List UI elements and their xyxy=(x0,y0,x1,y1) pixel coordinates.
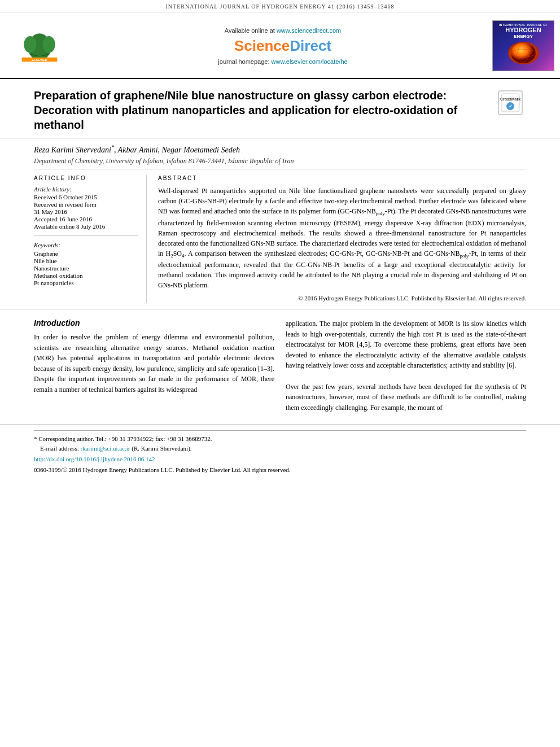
footer-copyright: 0360-3199/© 2016 Hydrogen Energy Publica… xyxy=(34,466,526,473)
affiliation: Department of Chemistry, University of I… xyxy=(34,157,526,165)
introduction-title: Introduction xyxy=(34,318,274,327)
article-info-heading: ARTICLE INFO xyxy=(34,175,138,181)
article-history: Article history: Received 6 October 2015… xyxy=(34,186,138,230)
journal-header: ELSEVIER Available online at www.science… xyxy=(0,12,560,79)
cover-line2: HYDROGEN xyxy=(499,27,548,34)
journal-cover-title: International Journal of HYDROGEN ENERGY xyxy=(499,23,548,40)
abstract-column: ABSTRACT Well-dispersed Pt nanoparticles… xyxy=(158,175,526,303)
article-title-area: Preparation of graphene/Nile blue nanost… xyxy=(34,88,492,132)
article-title-section: Preparation of graphene/Nile blue nanost… xyxy=(0,79,560,138)
svg-text:CrossMark: CrossMark xyxy=(500,97,520,101)
banner-text: INTERNATIONAL JOURNAL OF HYDROGEN ENERGY… xyxy=(165,3,394,10)
svg-point-3 xyxy=(43,36,55,53)
received-revised-label: Received in revised form xyxy=(34,201,138,208)
authors-italic: Reza Karimi Shervedani*, Akbar Amini, Ne… xyxy=(34,146,240,154)
doi-link[interactable]: http://dx.doi.org/10.1016/j.ijhydene.201… xyxy=(34,456,155,462)
journal-cover-image xyxy=(508,42,539,64)
accepted-date: Accepted 16 June 2016 xyxy=(34,216,138,222)
introduction-right-text: application. The major problem in the de… xyxy=(286,318,526,413)
authors-section: Reza Karimi Shervedani*, Akbar Amini, Ne… xyxy=(0,138,560,169)
revised-date: 31 May 2016 xyxy=(34,208,138,215)
elsevier-logo: ELSEVIER xyxy=(17,29,62,63)
introduction-right: application. The major problem in the de… xyxy=(286,318,526,413)
abstract-copyright: © 2016 Hydrogen Energy Publications LLC.… xyxy=(158,294,526,303)
keyword-2: Nile blue xyxy=(34,257,138,264)
sciencedirect-url[interactable]: www.sciencedirect.com xyxy=(277,27,341,34)
direct-text: Direct xyxy=(290,37,331,54)
introduction-left-text: In order to resolve the problem of energ… xyxy=(34,332,274,395)
cover-line3: ENERGY xyxy=(499,34,548,40)
journal-homepage-url[interactable]: www.elsevier.com/locate/he xyxy=(272,58,348,65)
svg-text:ELSEVIER: ELSEVIER xyxy=(32,58,47,62)
keywords-section: Keywords: Graphene Nile blue Nanostructu… xyxy=(34,242,138,286)
svg-point-2 xyxy=(24,36,36,53)
keywords-label: Keywords: xyxy=(34,242,138,248)
received-date: Received 6 October 2015 xyxy=(34,194,138,200)
article-info-column: ARTICLE INFO Article history: Received 6… xyxy=(34,175,147,303)
corresponding-note: * Corresponding author. Tel.: +98 31 379… xyxy=(34,435,212,442)
keyword-1: Graphene xyxy=(34,250,138,257)
authors-names: Reza Karimi Shervedani*, Akbar Amini, Ne… xyxy=(34,144,526,155)
journal-banner: INTERNATIONAL JOURNAL OF HYDROGEN ENERGY… xyxy=(0,0,560,12)
keyword-4: Methanol oxidation xyxy=(34,272,138,279)
abstract-body: Well-dispersed Pt nanoparticles supporte… xyxy=(158,186,526,303)
footer-doi: http://dx.doi.org/10.1016/j.ijhydene.201… xyxy=(34,455,526,464)
footer-divider xyxy=(34,430,526,431)
crossmark-badge[interactable]: CrossMark ✓ xyxy=(498,90,526,119)
article-info-abstract-section: ARTICLE INFO Article history: Received 6… xyxy=(0,169,560,309)
email-label: E-mail address: xyxy=(34,445,79,452)
sciencedirect-area: Available online at www.sciencedirect.co… xyxy=(79,18,487,73)
article-title: Preparation of graphene/Nile blue nanost… xyxy=(34,88,492,132)
introduction-section: Introduction In order to resolve the pro… xyxy=(0,309,560,418)
email-suffix: (R. Karimi Shervedani). xyxy=(132,445,191,452)
abstract-heading: ABSTRACT xyxy=(158,175,526,181)
journal-homepage: journal homepage: www.elsevier.com/locat… xyxy=(218,58,347,65)
crossmark-inner: CrossMark ✓ xyxy=(498,90,523,115)
elsevier-tree-icon: ELSEVIER xyxy=(17,29,62,63)
journal-homepage-label: journal homepage: xyxy=(218,58,269,65)
cover-graphic xyxy=(508,42,539,64)
journal-cover-area: International Journal of HYDROGEN ENERGY xyxy=(487,18,560,73)
divider-keywords xyxy=(34,235,138,236)
journal-cover-thumbnail: International Journal of HYDROGEN ENERGY xyxy=(492,20,554,71)
footer-corresponding: * Corresponding author. Tel.: +98 31 379… xyxy=(34,434,526,453)
crossmark-icon: CrossMark ✓ xyxy=(500,93,520,113)
available-online-date: Available online 8 July 2016 xyxy=(34,223,138,230)
svg-point-8 xyxy=(511,43,536,63)
sciencedirect-logo: ScienceDirect xyxy=(234,37,331,55)
keyword-3: Nanostructure xyxy=(34,265,138,272)
footer-section: * Corresponding author. Tel.: +98 31 379… xyxy=(0,424,560,477)
svg-text:✓: ✓ xyxy=(509,104,513,109)
abstract-paragraph: Well-dispersed Pt nanoparticles supporte… xyxy=(158,186,526,291)
author-email[interactable]: rkarimi@sci.ui.ac.ir xyxy=(80,445,130,452)
elsevier-logo-area: ELSEVIER xyxy=(0,18,79,73)
keyword-5: Pt nanoparticles xyxy=(34,279,138,286)
science-text: Science xyxy=(234,37,290,54)
history-label: Article history: xyxy=(34,186,138,193)
available-online-text: Available online at www.sciencedirect.co… xyxy=(225,27,341,34)
introduction-left: Introduction In order to resolve the pro… xyxy=(34,318,274,413)
